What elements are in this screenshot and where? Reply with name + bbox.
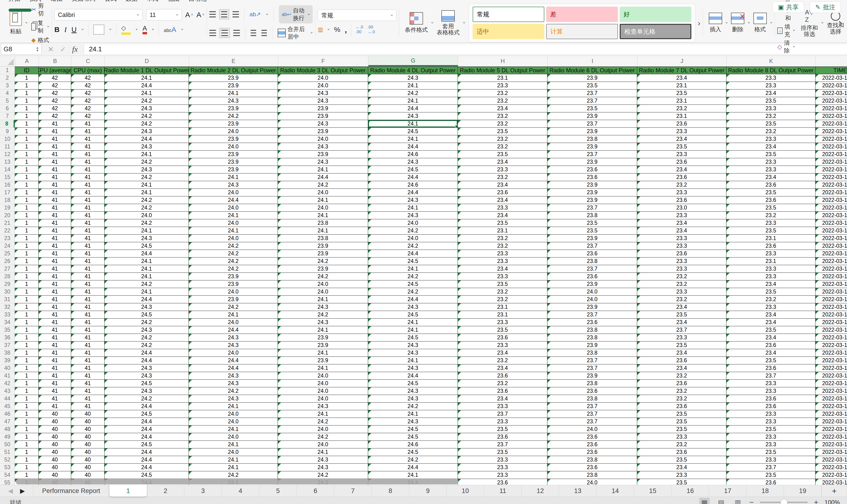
table-cell[interactable]: 24.5 [105,471,189,479]
table-cell[interactable]: 1 [15,433,39,441]
table-cell[interactable]: 41 [71,120,105,128]
table-header-cell[interactable]: Radio Module 5 DL Output Power [458,67,547,74]
table-cell[interactable]: 24.2 [278,311,368,319]
table-cell[interactable]: 23.6 [726,196,815,204]
table-cell[interactable]: 24.2 [105,112,189,120]
table-cell[interactable]: 41 [71,135,105,143]
table-cell[interactable]: 23.5 [458,426,547,433]
table-cell[interactable]: 23.9 [189,158,278,166]
table-cell[interactable]: 23.6 [726,341,815,349]
table-cell[interactable]: 23.3 [637,128,726,135]
table-cell[interactable]: 24.0 [368,219,458,227]
cell-style-5[interactable]: 计算 [546,24,618,39]
table-cell[interactable]: 40 [71,410,105,418]
table-cell[interactable]: 24.3 [189,372,278,380]
table-cell[interactable]: 24.4 [189,196,278,204]
row-header-27[interactable]: 27 [0,265,15,273]
table-cell[interactable]: 23.9 [189,120,278,128]
row-header-34[interactable]: 34 [0,319,15,326]
row-header-53[interactable]: 53 [0,464,15,471]
table-cell[interactable]: 1 [15,387,39,395]
row-header-38[interactable]: 38 [0,349,15,357]
table-cell[interactable]: 24.0 [189,143,278,150]
table-cell[interactable]: 42 [71,97,105,105]
table-cell[interactable]: 23.3 [458,456,547,464]
table-cell[interactable]: 1 [15,89,39,97]
table-cell[interactable]: 23.4 [458,395,547,402]
table-cell[interactable]: 2022-03-1 [815,311,847,319]
table-cell[interactable]: 23.8 [547,471,637,479]
row-header-50[interactable]: 50 [0,441,15,448]
insert-dropdown[interactable]: ˅ [725,21,728,24]
table-cell[interactable]: 23.3 [458,273,547,281]
table-cell[interactable]: 41 [71,174,105,181]
table-cell[interactable]: 1 [15,128,39,135]
table-cell[interactable]: 23.3 [458,418,547,426]
table-cell[interactable]: 1 [15,143,39,150]
table-cell[interactable]: 24.2 [189,471,278,479]
table-cell[interactable]: 2022-03-1 [815,349,847,357]
table-cell[interactable]: 23.3 [637,235,726,242]
table-cell[interactable]: 1 [15,410,39,418]
row-header-42[interactable]: 42 [0,380,15,387]
table-cell[interactable]: 23.5 [637,426,726,433]
table-cell[interactable]: 24.2 [189,265,278,273]
table-header-cell[interactable]: Radio Module 4 DL Output Power [368,67,458,74]
align-bottom-button[interactable] [232,11,239,17]
table-cell[interactable]: 23.4 [637,219,726,227]
table-cell[interactable]: 1 [15,158,39,166]
table-cell[interactable]: 2022-03-1 [815,273,847,281]
row-header-21[interactable]: 21 [0,219,15,227]
table-header-cell[interactable]: TIME [815,67,847,74]
row-header-18[interactable]: 18 [0,196,15,204]
table-cell[interactable]: 23.7 [547,364,637,372]
table-cell[interactable]: 23.5 [637,418,726,426]
table-cell[interactable]: 40 [71,441,105,448]
table-cell[interactable]: 2022-03-1 [815,227,847,235]
table-cell[interactable]: 41 [39,387,71,395]
table-cell[interactable]: 2022-03-1 [815,212,847,219]
row-header-39[interactable]: 39 [0,357,15,364]
gallery-more-button[interactable]: › [698,18,701,28]
table-cell[interactable]: 23.3 [726,265,815,273]
table-cell[interactable]: 41 [71,341,105,349]
table-cell[interactable]: 24.4 [368,174,458,181]
table-cell[interactable]: 23.7 [637,326,726,334]
sheet-tab-5[interactable]: 5 [259,485,297,497]
table-cell[interactable]: 2022-03-1 [815,296,847,303]
table-cell[interactable]: 23.5 [458,326,547,334]
table-cell[interactable]: 23.7 [547,89,637,97]
table-cell[interactable]: 40 [39,433,71,441]
table-cell[interactable]: 23.2 [458,288,547,296]
font-color-dropdown[interactable]: ˅ [152,28,154,31]
table-cell[interactable]: 23.5 [458,150,547,158]
table-cell[interactable]: 23.2 [458,174,547,181]
table-cell[interactable]: 40 [39,464,71,471]
table-cell[interactable]: 24.2 [105,158,189,166]
table-cell[interactable]: 41 [39,319,71,326]
row-header-33[interactable]: 33 [0,311,15,319]
row-header-9[interactable]: 9 [0,128,15,135]
table-cell[interactable]: 23.9 [547,158,637,166]
table-cell[interactable]: 41 [39,357,71,364]
table-cell[interactable]: 23.4 [637,349,726,357]
table-cell[interactable]: 42 [39,82,71,89]
table-cell[interactable]: 24.2 [278,273,368,281]
row-header-48[interactable]: 48 [0,426,15,433]
table-cell[interactable]: 2022-03-1 [815,448,847,456]
table-cell[interactable]: 23.8 [547,395,637,402]
table-cell[interactable]: 1 [15,174,39,181]
table-cell[interactable]: 24.4 [189,357,278,364]
table-cell[interactable]: 23.9 [189,135,278,143]
horizontal-scrollbar[interactable] [16,479,458,484]
table-cell[interactable]: 24.3 [105,372,189,380]
table-cell[interactable]: 24.1 [105,288,189,296]
table-cell[interactable]: 23.7 [547,97,637,105]
align-middle-button[interactable] [221,11,227,17]
table-cell[interactable]: 23.6 [637,196,726,204]
sheet-tab-14[interactable]: 14 [597,485,634,497]
table-cell[interactable]: 24.1 [368,82,458,89]
table-cell[interactable]: 1 [15,448,39,456]
format-as-table-dropdown[interactable]: ˅ [463,21,465,24]
table-cell[interactable]: 1 [15,357,39,364]
